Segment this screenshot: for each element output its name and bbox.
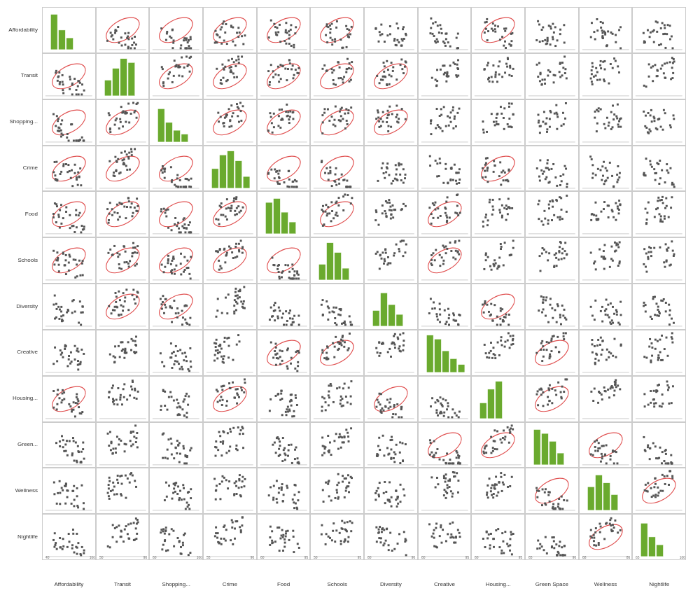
- svg-rect-3552: [345, 490, 347, 492]
- svg-rect-445: [292, 77, 294, 79]
- svg-rect-3214: [386, 447, 388, 449]
- svg-rect-2721: [116, 403, 118, 405]
- cell-9-5: [310, 422, 364, 468]
- svg-rect-1848: [398, 251, 400, 253]
- svg-rect-1515: [386, 216, 388, 218]
- svg-rect-1774: [215, 250, 217, 252]
- svg-rect-2025: [55, 303, 57, 305]
- svg-rect-2246: [502, 319, 504, 321]
- cell-5-7: [418, 237, 472, 284]
- svg-rect-2158: [269, 319, 271, 321]
- svg-rect-2175: [321, 304, 323, 306]
- col-label-food: Food: [257, 580, 311, 607]
- svg-rect-1885: [444, 246, 447, 248]
- svg-rect-3585: [397, 496, 399, 498]
- svg-rect-1248: [561, 180, 563, 182]
- svg-rect-284: [620, 47, 622, 49]
- svg-rect-2981: [613, 381, 615, 383]
- svg-rect-1019: [70, 176, 72, 179]
- svg-rect-3276: [507, 426, 509, 428]
- svg-rect-1174: [382, 162, 384, 164]
- svg-rect-2832: [277, 393, 279, 395]
- svg-rect-2769: [185, 395, 187, 397]
- svg-rect-3307: [542, 433, 549, 465]
- svg-rect-131: [349, 33, 351, 35]
- svg-rect-2073: [164, 304, 166, 306]
- svg-rect-3341: [662, 451, 664, 453]
- svg-rect-3580: [384, 502, 386, 504]
- svg-rect-3129: [230, 431, 232, 433]
- svg-rect-3568: [374, 499, 377, 501]
- svg-rect-908: [546, 128, 548, 130]
- svg-rect-2914: [451, 408, 454, 410]
- svg-rect-274: [607, 30, 609, 32]
- svg-rect-1471: [331, 202, 333, 204]
- svg-rect-1971: [593, 263, 595, 265]
- svg-rect-4051: [612, 526, 615, 529]
- svg-rect-1780: [230, 247, 232, 249]
- svg-rect-830: [387, 130, 389, 132]
- svg-rect-2074: [174, 300, 176, 302]
- svg-rect-1081: [160, 169, 162, 171]
- svg-rect-2429: [190, 361, 192, 363]
- svg-point-1425: [209, 197, 251, 232]
- svg-rect-2083: [161, 303, 163, 305]
- svg-rect-586: [561, 74, 564, 76]
- svg-rect-1569: [499, 199, 501, 201]
- svg-rect-1900: [500, 246, 503, 248]
- svg-rect-3971: [433, 537, 435, 539]
- svg-rect-1688: [53, 264, 55, 266]
- cell-10-11: [632, 468, 686, 514]
- svg-rect-957: [617, 125, 620, 127]
- svg-rect-3826: [236, 520, 238, 522]
- svg-rect-2824: [280, 389, 282, 391]
- svg-rect-303: [667, 24, 669, 26]
- svg-rect-1753: [180, 263, 182, 265]
- svg-rect-3881: [344, 522, 346, 524]
- svg-rect-3776: [122, 540, 125, 543]
- svg-rect-3698: [660, 490, 662, 492]
- svg-rect-216: [486, 18, 489, 20]
- svg-rect-3262: [429, 442, 431, 444]
- svg-rect-2752: [176, 398, 178, 400]
- svg-rect-3612: [444, 481, 446, 483]
- svg-rect-4062: [610, 530, 612, 532]
- svg-rect-2205: [447, 317, 449, 319]
- svg-rect-3610: [436, 477, 438, 479]
- svg-rect-1641: [657, 207, 659, 209]
- svg-rect-1875: [432, 252, 434, 254]
- svg-rect-1339: [83, 226, 85, 228]
- svg-rect-1938: [561, 253, 564, 255]
- svg-rect-1903: [493, 265, 496, 267]
- svg-rect-3335: [594, 449, 596, 452]
- svg-text:95: 95: [304, 557, 308, 559]
- svg-rect-3487: [240, 496, 242, 498]
- svg-rect-2887: [398, 416, 400, 418]
- svg-rect-2390: [127, 341, 129, 343]
- cell-1-1: [96, 53, 150, 99]
- svg-rect-3640: [496, 484, 498, 486]
- svg-rect-1973: [614, 242, 616, 244]
- svg-rect-3181: [328, 435, 330, 437]
- svg-rect-1748: [167, 255, 169, 257]
- svg-rect-627: [615, 60, 617, 62]
- svg-rect-597: [538, 62, 540, 64]
- svg-rect-836: [387, 109, 389, 111]
- svg-rect-470: [346, 58, 349, 60]
- svg-rect-547: [506, 65, 508, 67]
- svg-rect-1488: [332, 218, 335, 220]
- svg-rect-2181: [341, 323, 343, 325]
- svg-rect-3467: [235, 481, 237, 483]
- svg-rect-1262: [539, 179, 541, 181]
- svg-point-1057: [155, 151, 197, 186]
- svg-rect-2193: [381, 293, 388, 326]
- svg-rect-3048: [63, 449, 65, 452]
- svg-rect-108: [274, 26, 276, 28]
- svg-rect-625: [603, 78, 605, 81]
- svg-rect-2189: [351, 323, 353, 326]
- svg-rect-2333: [665, 310, 667, 312]
- svg-rect-3678: [566, 500, 568, 502]
- svg-rect-3239: [391, 435, 393, 438]
- svg-rect-1324: [668, 172, 670, 174]
- svg-rect-1696: [52, 250, 55, 252]
